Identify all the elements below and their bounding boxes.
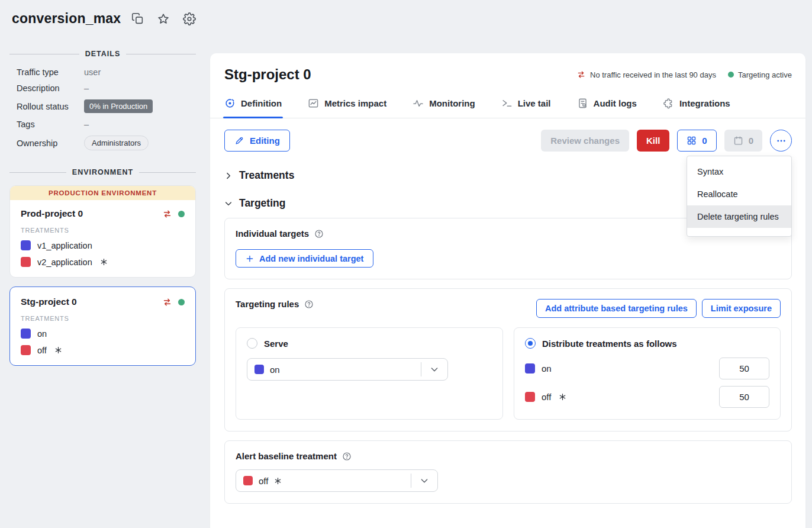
distribution-row: on (525, 358, 769, 379)
rollout-status-badge: 0% in Production (84, 99, 153, 113)
ellipsis-icon (776, 136, 787, 146)
detail-label: Rollout status (17, 102, 84, 111)
environment-heading: ENVIRONMENT (9, 168, 196, 176)
individual-targets-title: Individual targets (236, 228, 309, 239)
traffic-status: No traffic received in the last 90 days (576, 70, 716, 79)
chevron-right-icon (224, 172, 233, 180)
environment-card-prod[interactable]: PRODUCTION ENVIRONMENT Prod-project 0 TR… (9, 185, 196, 278)
traffic-status-text: No traffic received in the last 90 days (590, 70, 716, 79)
app-header: conversion_max (12, 11, 196, 27)
add-attribute-rules-button[interactable]: Add attribute based targeting rules (536, 299, 697, 318)
grid-icon (687, 136, 697, 146)
treatment-item: v2_application (21, 257, 185, 267)
details-heading: DETAILS (9, 50, 196, 58)
treatment-name: v1_application (37, 241, 92, 250)
detail-label: Traffic type (17, 67, 84, 77)
star-icon[interactable] (157, 12, 170, 25)
plus-icon (246, 255, 254, 263)
rules-count-button[interactable]: 0 (677, 130, 716, 152)
tab-integrations[interactable]: Integrations (663, 98, 730, 118)
kill-button[interactable]: Kill (637, 130, 669, 152)
distribute-radio-row[interactable]: Distribute treatments as follows (525, 338, 769, 349)
serve-radio-row[interactable]: Serve (247, 338, 492, 349)
help-icon[interactable] (314, 229, 324, 239)
serve-treatment-select[interactable]: on (247, 358, 448, 381)
help-icon[interactable] (304, 300, 314, 309)
environment-name: Stg-project 0 (21, 297, 156, 307)
status-dot (178, 299, 185, 305)
distribute-radio[interactable] (525, 338, 536, 349)
more-actions-menu: Syntax Reallocate Delete targeting rules (687, 156, 792, 237)
status-dot (728, 72, 734, 78)
environment-title: Stg-project 0 (224, 66, 311, 83)
tab-audit-logs[interactable]: Audit logs (577, 98, 637, 118)
treatment-color-chip (525, 392, 535, 402)
targeting-rules-title: Targeting rules (236, 299, 299, 309)
default-asterisk-icon (54, 346, 62, 354)
treatment-name: off (37, 346, 47, 355)
distribution-row: off (525, 386, 769, 408)
treatment-color-chip (21, 257, 31, 267)
detail-value: – (84, 120, 196, 129)
detail-value: – (84, 83, 196, 93)
treatment-color-chip (254, 365, 264, 374)
distribute-option-card: Distribute treatments as follows on (514, 327, 781, 420)
treatment-name: on (542, 363, 552, 374)
menu-item-reallocate[interactable]: Reallocate (687, 183, 791, 205)
audit-log-icon (577, 98, 588, 109)
treatment-color-chip (243, 476, 253, 485)
distribution-percentage-input[interactable] (719, 358, 769, 379)
add-individual-target-button[interactable]: Add new individual target (236, 249, 373, 268)
help-icon[interactable] (342, 452, 352, 461)
swap-arrows-icon (162, 297, 172, 307)
serve-radio[interactable] (247, 338, 257, 349)
detail-label: Tags (17, 120, 84, 129)
tab-definition[interactable]: Definition (224, 98, 282, 118)
swap-arrows-icon (162, 209, 172, 219)
tab-live-tail[interactable]: Live tail (501, 98, 551, 118)
gear-icon[interactable] (183, 12, 196, 25)
environment-card-stg[interactable]: Stg-project 0 TREATMENTS on off (9, 286, 196, 366)
environment-detail-panel: Stg-project 0 No traffic received in the… (210, 53, 805, 528)
review-changes-button[interactable]: Review changes (541, 130, 629, 152)
metrics-icon (308, 98, 319, 109)
alert-baseline-panel: Alert baseline treatment off (224, 440, 792, 504)
copy-icon[interactable] (131, 12, 144, 25)
pencil-icon (234, 136, 244, 146)
details-list: Traffic type user Description – Rollout … (9, 67, 196, 150)
targeting-rules-panel: Targeting rules Add attribute based targ… (224, 288, 792, 432)
treatment-name: v2_application (37, 257, 92, 267)
puzzle-icon (663, 98, 674, 109)
ownership-pill[interactable]: Administrators (84, 136, 149, 150)
default-asterisk-icon (274, 477, 282, 485)
production-environment-banner: PRODUCTION ENVIRONMENT (10, 186, 195, 200)
detail-label: Ownership (17, 139, 84, 148)
menu-item-syntax[interactable]: Syntax (687, 160, 791, 183)
serve-option-card: Serve on (236, 327, 503, 420)
default-asterisk-icon (559, 393, 566, 401)
environment-name: Prod-project 0 (21, 208, 156, 219)
detail-value: user (84, 67, 196, 77)
treatment-item: on (21, 329, 185, 339)
limit-exposure-button[interactable]: Limit exposure (702, 299, 781, 318)
chevron-down-icon (224, 199, 233, 208)
tab-monitoring[interactable]: Monitoring (413, 98, 475, 118)
menu-item-delete-targeting-rules[interactable]: Delete targeting rules (687, 205, 791, 228)
tab-bar: Definition Metrics impact Monitoring Liv… (210, 98, 805, 118)
schedule-count-button[interactable]: 0 (724, 130, 762, 152)
terminal-icon (501, 98, 513, 109)
distribution-percentage-input[interactable] (719, 386, 769, 408)
more-actions-button[interactable] (770, 130, 792, 152)
calendar-icon (733, 136, 743, 146)
editing-button[interactable]: Editing (224, 130, 290, 152)
treatment-item: off (21, 345, 185, 355)
treatments-label: TREATMENTS (21, 227, 185, 234)
treatment-name: on (37, 329, 47, 339)
alert-baseline-title: Alert baseline treatment (236, 451, 337, 461)
alert-baseline-select[interactable]: off (236, 469, 438, 492)
tab-metrics-impact[interactable]: Metrics impact (308, 98, 386, 118)
status-dot (178, 211, 185, 217)
treatment-name: off (542, 392, 551, 402)
detail-label: Description (17, 83, 84, 93)
selected-treatment-label: on (270, 365, 421, 375)
